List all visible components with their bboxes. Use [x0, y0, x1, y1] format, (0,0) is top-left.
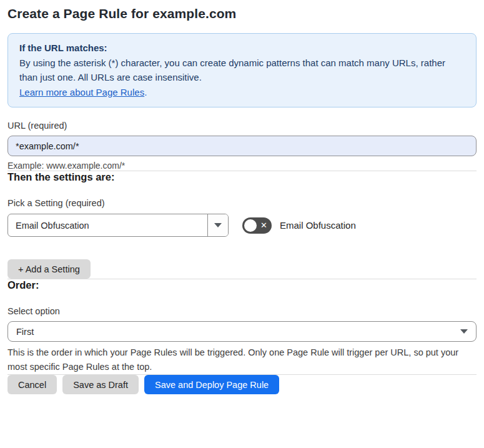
save-and-deploy-button[interactable]: Save and Deploy Page Rule: [144, 375, 279, 394]
add-setting-button[interactable]: + Add a Setting: [7, 259, 91, 279]
link-suffix: .: [144, 87, 147, 97]
page-title: Create a Page Rule for example.com: [7, 6, 477, 21]
order-dropdown-value: First: [16, 327, 460, 337]
learn-more-link[interactable]: Learn more about Page Rules: [19, 87, 144, 97]
url-matches-info-box: If the URL matches: By using the asteris…: [7, 33, 477, 107]
setting-dropdown-arrow-button[interactable]: [207, 214, 228, 236]
cancel-button[interactable]: Cancel: [7, 375, 57, 394]
toggle-label: Email Obfuscation: [280, 220, 356, 231]
pick-setting-label: Pick a Setting (required): [7, 198, 477, 208]
info-box-link-line: Learn more about Page Rules.: [19, 85, 465, 100]
url-field-label: URL (required): [7, 121, 477, 131]
url-example-hint: Example: www.example.com/*: [7, 161, 477, 171]
settings-section-heading: Then the settings are:: [7, 171, 477, 183]
setting-dropdown-value: Email Obfuscation: [8, 214, 207, 236]
setting-row: Email Obfuscation ✕ Email Obfuscation: [7, 214, 477, 237]
toggle-knob: [244, 219, 257, 232]
toggle-off-x-icon: ✕: [260, 221, 267, 229]
setting-dropdown[interactable]: Email Obfuscation: [7, 214, 229, 237]
footer-actions: Cancel Save as Draft Save and Deploy Pag…: [7, 375, 477, 394]
order-section-heading: Order:: [7, 279, 477, 291]
order-help-text: This is the order in which your Page Rul…: [7, 346, 477, 374]
info-box-body: By using the asterisk (*) character, you…: [19, 56, 465, 85]
url-input[interactable]: [7, 136, 477, 156]
info-box-heading: If the URL matches:: [19, 41, 465, 56]
save-as-draft-button[interactable]: Save as Draft: [62, 375, 139, 394]
email-obfuscation-toggle[interactable]: ✕: [242, 217, 272, 234]
chevron-down-icon: [460, 329, 468, 334]
order-select-label: Select option: [7, 306, 477, 316]
order-dropdown[interactable]: First: [7, 321, 477, 342]
chevron-down-icon: [214, 223, 222, 227]
